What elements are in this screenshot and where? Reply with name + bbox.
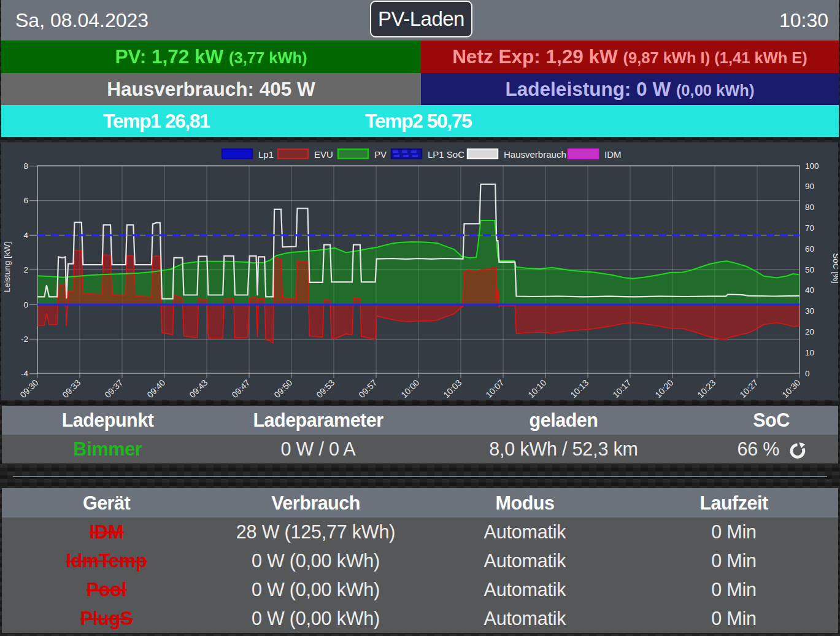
svg-text:10:10: 10:10 — [526, 378, 548, 400]
svg-text:SoC [%]: SoC [%] — [831, 253, 838, 284]
svg-text:70: 70 — [805, 223, 814, 233]
svg-text:8: 8 — [23, 161, 28, 171]
svg-text:40: 40 — [805, 285, 814, 295]
svg-text:09:43: 09:43 — [187, 378, 209, 400]
svg-text:4: 4 — [23, 231, 28, 240]
svg-text:Hausverbrauch: Hausverbrauch — [504, 149, 566, 160]
svg-text:09:50: 09:50 — [272, 378, 294, 400]
svg-text:10:20: 10:20 — [653, 378, 675, 400]
svg-text:Lp1: Lp1 — [258, 149, 274, 160]
svg-text:IDM: IDM — [604, 149, 622, 160]
svg-text:EVU: EVU — [314, 149, 333, 160]
svg-text:10:13: 10:13 — [568, 378, 590, 400]
svg-text:09:57: 09:57 — [356, 378, 379, 400]
svg-text:10:27: 10:27 — [738, 378, 760, 400]
svg-text:20: 20 — [805, 327, 814, 336]
svg-text:LP1 SoC: LP1 SoC — [428, 149, 464, 160]
svg-text:09:37: 09:37 — [102, 378, 125, 400]
svg-text:10:23: 10:23 — [695, 378, 717, 400]
svg-text:0: 0 — [805, 369, 810, 378]
svg-text:90: 90 — [805, 182, 814, 191]
svg-text:6: 6 — [23, 196, 28, 205]
svg-text:60: 60 — [805, 244, 814, 254]
svg-text:80: 80 — [805, 203, 814, 212]
svg-text:0: 0 — [23, 300, 28, 309]
svg-text:-2: -2 — [21, 335, 28, 344]
svg-text:10:17: 10:17 — [611, 378, 633, 400]
svg-text:10:00: 10:00 — [399, 378, 421, 400]
svg-text:10:30: 10:30 — [780, 378, 802, 400]
svg-text:2: 2 — [23, 265, 28, 274]
svg-text:-4: -4 — [21, 369, 28, 378]
svg-text:09:47: 09:47 — [229, 378, 252, 400]
svg-text:PV: PV — [374, 149, 387, 160]
svg-text:09:53: 09:53 — [314, 378, 336, 400]
svg-text:09:30: 09:30 — [18, 378, 40, 400]
svg-text:Leistung [kW]: Leistung [kW] — [2, 242, 12, 292]
svg-text:50: 50 — [805, 265, 814, 274]
svg-text:09:33: 09:33 — [60, 378, 82, 400]
svg-text:10:03: 10:03 — [441, 378, 463, 400]
svg-text:30: 30 — [805, 306, 814, 316]
svg-text:09:40: 09:40 — [145, 378, 167, 400]
svg-text:100: 100 — [805, 161, 819, 171]
svg-text:10:07: 10:07 — [484, 378, 506, 400]
svg-text:10: 10 — [805, 348, 814, 357]
